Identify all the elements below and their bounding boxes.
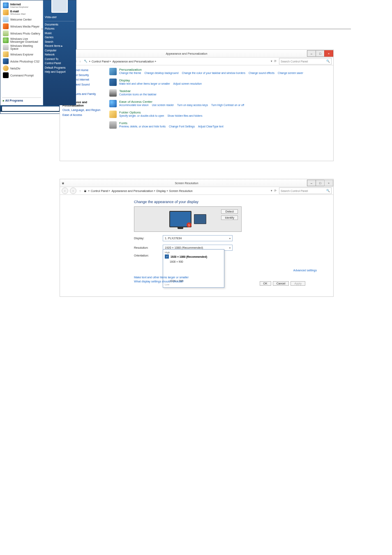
start-item[interactable]: InternetInternet Explorer (2, 2, 41, 9)
start-item[interactable]: Command Prompt (2, 72, 41, 79)
category-link[interactable]: Adjust ClearType text (198, 125, 224, 128)
crumb-4[interactable]: Screen Resolution (169, 190, 193, 192)
monitor-preview[interactable]: 1 Detect Identify (134, 206, 242, 232)
sidebar-item-ease[interactable]: Ease of Access (62, 113, 104, 117)
category-link[interactable]: Change screen saver (278, 72, 303, 75)
up-button[interactable]: ↑ (78, 60, 82, 63)
crumb-2[interactable]: Appearance and Personalization (111, 190, 153, 192)
sidebar-item-clock[interactable]: Clock, Language, and Region (62, 109, 104, 112)
category-heading[interactable]: Folder Options (119, 111, 330, 114)
ok-button[interactable]: OK (260, 281, 271, 286)
start-place[interactable]: Music (45, 32, 74, 35)
cancel-button[interactable]: Cancel (273, 281, 289, 286)
category-heading[interactable]: Fonts (119, 121, 330, 125)
start-item[interactable]: Adobe Photoshop CS2 (2, 58, 41, 65)
display-icon (109, 79, 117, 86)
category-link[interactable]: Change desktop background (144, 72, 178, 75)
search-placeholder: Search Control Panel (281, 190, 308, 192)
category-link[interactable]: Show hidden files and folders (167, 114, 202, 118)
minimize-button[interactable]: – (307, 180, 316, 186)
titlebar[interactable]: 🖥 Screen Resolution – □ × (60, 179, 333, 187)
up-button[interactable]: ↑ (78, 190, 82, 192)
maximize-button[interactable]: □ (316, 50, 325, 57)
crumb-1[interactable]: Control Panel (92, 60, 109, 63)
category-link[interactable]: Make text and other items larger or smal… (119, 82, 170, 86)
start-place[interactable]: Recent Items ▸ (45, 45, 74, 48)
close-button[interactable]: × (324, 180, 333, 186)
link-make-larger[interactable]: Make text and other items larger or smal… (134, 275, 189, 280)
start-item[interactable]: Windows Media Player (2, 23, 41, 30)
start-item[interactable]: Windows Live Messenger Download (2, 37, 41, 44)
close-button[interactable]: × (324, 50, 333, 57)
category-link[interactable]: Turn on easy access keys (177, 104, 208, 107)
start-place[interactable]: Help and Support (45, 71, 74, 74)
start-place[interactable]: Documents (45, 23, 74, 26)
category-link[interactable]: Change the color of your taskbar and win… (182, 72, 245, 75)
start-place[interactable]: Network (45, 53, 74, 56)
display-select[interactable]: 1. PLX2783H▾ (163, 235, 233, 241)
crumb-2[interactable]: Appearance and Personalization (112, 60, 154, 63)
titlebar[interactable]: 🔧 Appearance and Personalization – □ × (60, 50, 333, 58)
start-item[interactable]: NetsDiv (2, 65, 41, 72)
category-link[interactable]: Specify single- or double-click to open (119, 114, 164, 118)
forward-button[interactable]: › (70, 187, 76, 194)
category-link[interactable]: Preview, delete, or show and hide fonts (119, 125, 166, 128)
breadcrumb[interactable]: ▸ Control Panel ▸ Appearance and Persona… (88, 189, 266, 192)
wpg-icon (3, 30, 9, 36)
maximize-button[interactable]: □ (316, 180, 325, 186)
user-avatar-icon[interactable] (51, 0, 68, 13)
start-place[interactable]: Games (45, 36, 74, 39)
category-heading[interactable]: Display (119, 79, 330, 82)
crumb-1[interactable]: Control Panel (91, 190, 108, 192)
category-link[interactable]: Turn High Contrast on or off (211, 104, 244, 107)
start-place[interactable]: Default Programs (45, 67, 74, 69)
breadcrumb[interactable]: ▸ Control Panel ▸ Appearance and Persona… (89, 60, 266, 63)
search-input[interactable]: Search Control Panel 🔍 (279, 187, 332, 194)
category-heading[interactable]: Personalization (119, 68, 330, 72)
back-button[interactable]: ‹ (62, 187, 68, 194)
category-link[interactable]: Customize icons on the taskbar (119, 93, 157, 96)
wc-icon (3, 16, 9, 22)
category-heading[interactable]: Ease of Access Center (119, 100, 330, 104)
ie-icon (3, 2, 9, 8)
advanced-settings-link[interactable]: Advanced settings (293, 269, 317, 272)
category-ease-of-access-center: Ease of Access CenterAccommodate low vis… (109, 100, 330, 107)
crumb-3[interactable]: Display (157, 190, 166, 192)
category-link[interactable]: Accommodate low vision (119, 104, 149, 107)
category-link[interactable]: Change Font Settings (169, 125, 195, 128)
appearance-personalization-window: 🔧 Appearance and Personalization – □ × ‹… (60, 49, 334, 161)
start-item[interactable]: E-mailWindows Mail (2, 9, 41, 16)
minimize-button[interactable]: – (307, 50, 316, 57)
start-place[interactable]: Connect To (45, 58, 74, 61)
monitor-2-icon[interactable] (194, 214, 206, 224)
start-place[interactable]: Search (45, 41, 74, 44)
start-place[interactable]: Control Panel (45, 62, 74, 65)
category-link[interactable]: Change the theme (119, 72, 141, 75)
search-input[interactable]: Search Control Panel 🔍 (279, 58, 332, 65)
category-link[interactable]: Use screen reader (152, 104, 174, 107)
start-item[interactable]: Windows Meeting Space (2, 44, 41, 51)
category-heading[interactable]: Taskbar (119, 89, 330, 93)
start-place[interactable]: Vista-user (45, 16, 74, 19)
popup-option-1600[interactable]: 1600 × 900 (170, 260, 222, 263)
start-place[interactable]: Pictures (45, 28, 74, 30)
start-item[interactable]: Windows Explorer (2, 51, 41, 58)
resolution-label: Resolution: (134, 246, 159, 249)
start-item[interactable]: Windows Photo Gallery (2, 30, 41, 37)
apply-button[interactable]: Apply (291, 281, 305, 286)
category-link[interactable]: Change sound effects (249, 72, 274, 75)
start-search-input[interactable] (2, 106, 59, 111)
all-programs[interactable]: All Programs (2, 97, 41, 104)
refresh-button[interactable]: ▾ ⟳ (267, 60, 277, 63)
category-link[interactable]: Adjust screen resolution (173, 82, 202, 86)
start-place[interactable]: Computer (45, 49, 74, 52)
link-what-settings[interactable]: What display settings should I choose? (134, 280, 189, 284)
main-area: PersonalizationChange the themeChange de… (106, 65, 333, 161)
start-item[interactable]: Welcome Center (2, 16, 41, 23)
refresh-button[interactable]: ▾ ⟳ (267, 189, 277, 192)
popup-recommended[interactable]: 1920 × 1080 (Recommended) (171, 255, 207, 258)
window-icon: 🖥 (60, 182, 66, 185)
identify-button[interactable]: Identify (221, 215, 238, 220)
monitor-1-icon[interactable]: 1 (169, 211, 191, 227)
detect-button[interactable]: Detect (221, 209, 238, 214)
